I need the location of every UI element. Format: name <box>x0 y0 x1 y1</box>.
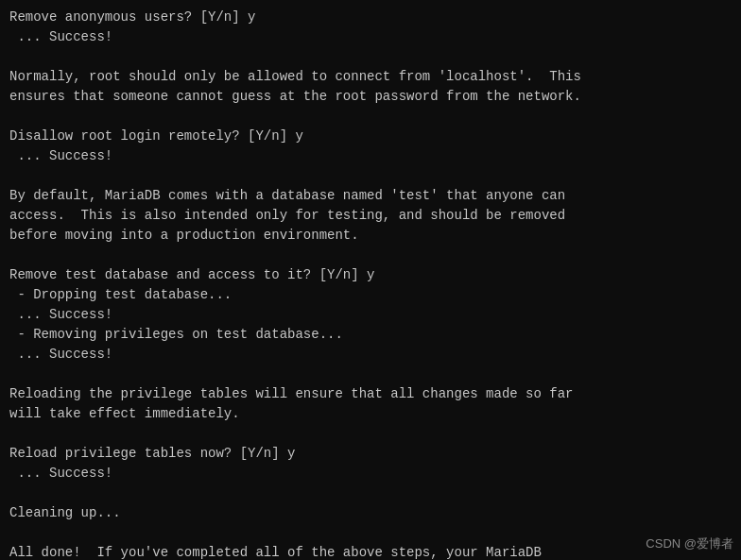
terminal-output: Remove anonymous users? [Y/n] y ... Succ… <box>9 8 732 560</box>
watermark: CSDN @爱博者 <box>646 535 733 553</box>
